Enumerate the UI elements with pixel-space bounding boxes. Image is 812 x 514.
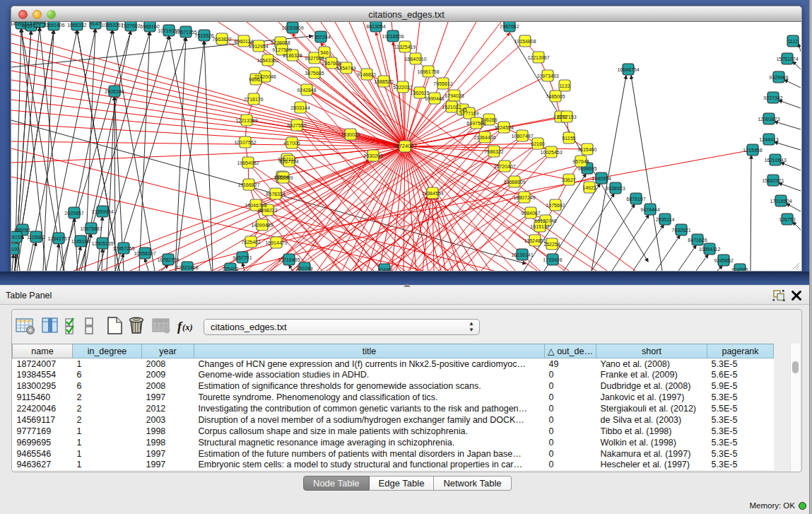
svg-text:9115460: 9115460 — [578, 147, 597, 152]
svg-text:10975887: 10975887 — [80, 226, 102, 231]
svg-text:10973493: 10973493 — [536, 74, 558, 78]
svg-text:126753: 126753 — [779, 217, 795, 222]
svg-text:19166827: 19166827 — [237, 182, 259, 187]
svg-text:10688609: 10688609 — [503, 180, 525, 185]
svg-text:10671355: 10671355 — [175, 30, 196, 35]
svg-text:9147: 9147 — [90, 22, 101, 26]
svg-text:546: 546 — [320, 50, 329, 55]
svg-text:19654982: 19654982 — [237, 160, 259, 165]
svg-text:12093873: 12093873 — [758, 117, 779, 122]
svg-text:18640910: 18640910 — [404, 57, 426, 62]
svg-text:8267153: 8267153 — [557, 115, 576, 119]
svg-text:8813054: 8813054 — [366, 24, 385, 29]
svg-text:6794028: 6794028 — [445, 93, 464, 98]
svg-text:6990448: 6990448 — [425, 96, 444, 101]
svg-text:9227342: 9227342 — [763, 95, 782, 100]
svg-text:1244413: 1244413 — [759, 137, 778, 142]
svg-text:9146821: 9146821 — [357, 72, 376, 77]
svg-text:2330203: 2330203 — [363, 153, 382, 158]
svg-text:1112: 1112 — [788, 39, 799, 44]
svg-text:51155: 51155 — [563, 136, 576, 141]
svg-text:9699695: 9699695 — [577, 166, 596, 171]
svg-text:7485005: 7485005 — [546, 94, 565, 99]
svg-text:8454749: 8454749 — [336, 66, 355, 71]
svg-text:8960124: 8960124 — [234, 39, 253, 44]
svg-text:7625402: 7625402 — [241, 240, 260, 245]
svg-text:10853267: 10853267 — [101, 23, 123, 28]
svg-text:10807487: 10807487 — [511, 134, 533, 139]
svg-text:19384554: 19384554 — [421, 191, 443, 196]
svg-text:1615132: 1615132 — [530, 224, 549, 229]
svg-text:9777169: 9777169 — [459, 111, 478, 116]
svg-text:1362615: 1362615 — [410, 90, 429, 95]
svg-text:13524851: 13524851 — [524, 238, 546, 243]
svg-text:191044: 191044 — [296, 266, 312, 271]
svg-text:1733426: 1733426 — [543, 257, 562, 262]
svg-text:9245652: 9245652 — [714, 258, 733, 263]
svg-text:8498222: 8498222 — [258, 208, 277, 213]
svg-text:16033809: 16033809 — [281, 25, 303, 30]
svg-text:5226058: 5226058 — [271, 40, 290, 45]
svg-text:17957255: 17957255 — [112, 246, 134, 251]
svg-text:15692971: 15692971 — [762, 178, 784, 183]
svg-text:20691406: 20691406 — [42, 23, 64, 28]
svg-text:924565: 924565 — [731, 267, 748, 271]
svg-text:10107552: 10107552 — [234, 140, 256, 145]
svg-text:11325419: 11325419 — [394, 45, 416, 49]
svg-text:7357244: 7357244 — [311, 35, 330, 40]
svg-text:16210643: 16210643 — [764, 158, 786, 163]
svg-text:21364436: 21364436 — [473, 135, 495, 140]
svg-text:9084067: 9084067 — [521, 211, 540, 216]
svg-text:10154808: 10154808 — [514, 39, 536, 44]
svg-text:16120746: 16120746 — [534, 218, 556, 223]
svg-text:18807249: 18807249 — [513, 195, 535, 200]
svg-text:1133: 1133 — [559, 83, 570, 88]
svg-text:1527602: 1527602 — [121, 23, 140, 28]
svg-text:16543362: 16543362 — [257, 58, 278, 63]
svg-text:3624554: 3624554 — [494, 125, 513, 130]
svg-text:16648754: 16648754 — [617, 67, 639, 72]
svg-text:(x): (x) — [182, 322, 193, 332]
svg-text:15751074: 15751074 — [776, 57, 798, 62]
svg-text:39151: 39151 — [11, 235, 23, 240]
svg-text:3875685: 3875685 — [305, 71, 324, 76]
svg-text:8267154: 8267154 — [279, 159, 298, 164]
svg-text:8678334: 8678334 — [266, 192, 285, 197]
svg-text:33627: 33627 — [562, 177, 576, 182]
svg-text:16046708: 16046708 — [245, 203, 266, 208]
svg-text:1065332: 1065332 — [67, 23, 86, 28]
svg-text:10025453: 10025453 — [540, 150, 562, 155]
svg-text:9329966: 9329966 — [769, 75, 788, 80]
svg-text:1588520: 1588520 — [374, 79, 393, 84]
svg-text:15136141: 15136141 — [511, 252, 533, 257]
svg-text:2987682: 2987682 — [500, 24, 519, 29]
svg-text:18724007: 18724007 — [393, 143, 416, 149]
svg-text:8427552: 8427552 — [287, 123, 306, 128]
svg-text:14099489: 14099489 — [251, 223, 273, 228]
svg-text:1115682: 1115682 — [27, 235, 45, 240]
svg-text:6879197: 6879197 — [626, 197, 645, 201]
svg-text:8912954: 8912954 — [249, 44, 268, 49]
svg-text:8471626: 8471626 — [688, 238, 707, 243]
svg-text:8186328: 8186328 — [283, 53, 302, 58]
svg-text:746266: 746266 — [481, 117, 497, 122]
svg-text:17016504: 17016504 — [770, 199, 792, 204]
svg-text:7632621: 7632621 — [671, 228, 690, 233]
svg-text:2803144: 2803144 — [290, 105, 310, 110]
svg-text:14923: 14923 — [582, 185, 596, 190]
svg-text:7663822: 7663822 — [212, 37, 231, 42]
svg-text:9338923: 9338923 — [606, 186, 625, 191]
svg-text:12213369: 12213369 — [235, 118, 257, 123]
svg-text:12342757: 12342757 — [47, 236, 69, 241]
svg-text:12213967: 12213967 — [527, 55, 549, 60]
svg-text:98961: 98961 — [249, 77, 263, 82]
svg-text:2718176: 2718176 — [244, 97, 263, 102]
svg-text:2020657: 2020657 — [64, 211, 83, 216]
svg-text:1075692: 1075692 — [546, 203, 565, 208]
svg-text:1440954: 1440954 — [592, 176, 611, 181]
svg-text:7515526: 7515526 — [194, 33, 213, 38]
svg-text:12323468: 12323468 — [176, 265, 198, 270]
svg-text:7955812: 7955812 — [433, 81, 452, 86]
svg-text:9127509: 9127509 — [272, 47, 291, 52]
svg-text:835061: 835061 — [14, 228, 30, 233]
